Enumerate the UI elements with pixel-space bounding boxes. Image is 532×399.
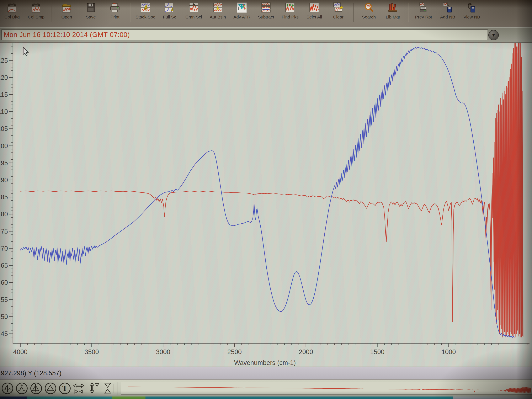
peak-height-icon — [44, 382, 57, 395]
svg-text:1500: 1500 — [370, 348, 385, 355]
toolbar-button-label: Lib Mgr — [386, 14, 400, 19]
toolbar-button-stack-spe[interactable]: Stack Spe — [133, 2, 158, 26]
expand-spectrum-tool[interactable] — [15, 381, 29, 395]
toolbar-button-search[interactable]: Search — [357, 2, 381, 26]
status-bar: 927.298) Y (128.557) — [0, 367, 532, 380]
svg-text:75: 75 — [1, 228, 8, 235]
select-all-icon — [308, 2, 320, 14]
bottom-tool-palette: T — [0, 380, 532, 397]
view-notebook-icon — [466, 2, 478, 14]
toolbar-button-label: Col Bkg — [4, 14, 20, 19]
preview-report-icon — [418, 2, 429, 14]
toolbar-button-lib-mgr[interactable]: Lib Mgr — [381, 2, 405, 26]
toolbar-button-col-bkg[interactable]: Col Bkg — [0, 2, 24, 26]
spectrum-chart[interactable]: 4000350030002500200015001000455055606570… — [0, 42, 532, 367]
full-view-tool[interactable] — [1, 381, 14, 395]
expand-spectrum-icon — [15, 382, 28, 395]
svg-text:85: 85 — [1, 193, 8, 201]
svg-text:80: 80 — [1, 210, 8, 218]
chevron-down-icon: ▼ — [491, 32, 496, 38]
timestamp-text: Mon Jun 16 10:12:10 2014 (GMT-07:00) — [4, 31, 130, 39]
timestamp-dropdown-button[interactable]: ▼ — [488, 30, 499, 40]
svg-text:3000: 3000 — [156, 348, 170, 355]
toolbar-button-label: Aut Bsln — [210, 14, 226, 19]
subtract-spectra-icon — [260, 2, 272, 14]
svg-text:T: T — [62, 384, 67, 393]
pan-vertical-icon — [87, 382, 100, 395]
common-scale-icon — [188, 2, 200, 14]
svg-text:125: 125 — [0, 57, 8, 64]
omnic-ftir-application-window: Col BkgCol SmpOpenSavePrintStack SpeFull… — [0, 0, 532, 399]
svg-text:105: 105 — [0, 125, 8, 132]
toolbar-button-full-sc[interactable]: Full Sc — [158, 2, 182, 26]
stack-spectra-icon — [140, 2, 151, 14]
full-view-icon — [1, 382, 14, 395]
toolbar-button-print[interactable]: Print — [103, 2, 127, 26]
pan-vertical-tool[interactable] — [87, 381, 100, 395]
toolbar-button-prev-rpt[interactable]: Prev Rpt — [412, 2, 436, 26]
search-icon — [363, 2, 375, 14]
toolbar-button-label: Search — [362, 14, 376, 19]
svg-text:55: 55 — [1, 296, 8, 304]
toolbar-separator — [408, 3, 409, 22]
toolbar-button-save[interactable]: Save — [79, 2, 103, 26]
toolbar-button-clear[interactable]: Clear — [326, 2, 350, 26]
toolbar-button-label: View NB — [463, 14, 480, 19]
toolbar-button-label: Add NB — [440, 14, 455, 19]
collect-sample-icon — [30, 2, 42, 14]
swap-region-icon — [101, 382, 114, 395]
toolbar-button-open[interactable]: Open — [55, 2, 79, 26]
desktop-taskbar-strip — [0, 397, 532, 399]
pan-horizontal-icon — [73, 382, 86, 395]
svg-text:90: 90 — [1, 177, 8, 184]
toolbar-button-aut-bsln[interactable]: Aut Bsln — [206, 2, 230, 26]
toolbar-button-cmn-scl[interactable]: Cmn Scl — [182, 2, 206, 26]
toolbar-button-adv-atr[interactable]: Adv ATR — [230, 2, 254, 26]
toolbar-button-selct-all[interactable]: Selct All — [302, 2, 326, 26]
svg-text:110: 110 — [0, 108, 8, 115]
add-notebook-icon — [442, 2, 453, 14]
timestamp-field[interactable]: Mon Jun 16 10:12:10 2014 (GMT-07:00) — [1, 29, 488, 40]
swap-region-tool[interactable] — [101, 381, 115, 395]
collect-background-icon — [6, 2, 18, 14]
toolbar-button-subtract[interactable]: Subtract — [254, 2, 278, 26]
svg-text:95: 95 — [1, 159, 8, 167]
toolbar-button-label: Cmn Scl — [185, 14, 202, 19]
main-toolbar: Col BkgCol SmpOpenSavePrintStack SpeFull… — [0, 0, 532, 27]
text-label-tool[interactable]: T — [58, 381, 72, 395]
open-folder-icon — [61, 2, 73, 14]
svg-text:2500: 2500 — [227, 348, 242, 355]
svg-text:120: 120 — [0, 74, 8, 81]
toolbar-button-label: Print — [110, 14, 119, 19]
spectrum-preview-strip[interactable] — [121, 382, 532, 395]
palette-separator — [117, 382, 117, 395]
spectrum-chart-panel[interactable]: 4000350030002500200015001000455055606570… — [0, 42, 532, 367]
svg-text:60: 60 — [1, 279, 8, 286]
toolbar-button-label: Clear — [333, 14, 343, 19]
toolbar-button-find-pks[interactable]: Find Pks — [278, 2, 302, 26]
cursor-coordinates-readout: 927.298) Y (128.557) — [1, 369, 62, 377]
panel-divider — [0, 42, 532, 43]
save-floppy-icon — [85, 2, 97, 14]
toolbar-button-view-nb[interactable]: View NB — [460, 2, 484, 26]
toolbar-button-label: Col Smp — [28, 14, 45, 19]
find-peaks-icon — [284, 2, 296, 14]
svg-text:115: 115 — [0, 91, 8, 98]
toolbar-separator — [51, 3, 52, 22]
toolbar-button-add-nb[interactable]: Add NB — [436, 2, 460, 26]
zoom-region-tool[interactable] — [29, 381, 43, 395]
toolbar-button-label: Find Pks — [282, 14, 299, 19]
toolbar-button-label: Stack Spe — [135, 14, 155, 19]
zoom-region-icon — [30, 382, 43, 395]
library-manager-icon — [387, 2, 399, 14]
toolbar-separator — [353, 3, 354, 22]
text-tool-icon: T — [58, 382, 71, 395]
clear-icon — [332, 2, 344, 14]
svg-text:2000: 2000 — [299, 348, 313, 355]
peak-height-tool[interactable] — [44, 381, 57, 395]
toolbar-button-label: Save — [86, 14, 96, 19]
pan-horizontal-tool[interactable] — [72, 381, 86, 395]
toolbar-button-col-smp[interactable]: Col Smp — [24, 2, 48, 26]
preview-trace — [121, 382, 532, 394]
toolbar-button-label: Subtract — [258, 14, 274, 19]
